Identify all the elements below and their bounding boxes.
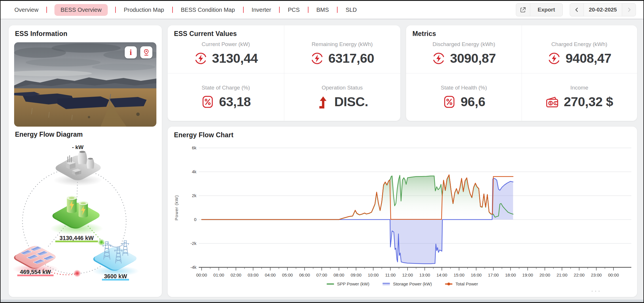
nav-separator (337, 7, 338, 13)
svg-text:23:00: 23:00 (591, 272, 602, 277)
stat-label: Remaining Energy (kWh) (312, 41, 373, 47)
date-picker: 20-02-2025 (570, 3, 636, 16)
svg-text:05:00: 05:00 (282, 272, 293, 277)
energy-flow-chart: 6k4k2k0-2k-4k00:0001:0002:0003:0004:0005… (168, 127, 637, 297)
svg-text:11:00: 11:00 (385, 272, 395, 277)
svg-text:-4k: -4k (190, 265, 196, 270)
stat-cell-charged-energy-kwh: Charged Energy (kWh)9408,47 (522, 25, 637, 73)
date-next-button[interactable] (622, 3, 636, 16)
stat-value-row: 6317,60 (310, 51, 374, 66)
plant-value-label: - kW (72, 144, 84, 150)
green-flow-dot (98, 239, 105, 246)
stat-value: DISC. (334, 94, 368, 109)
legend-swatch (445, 283, 452, 285)
svg-text:00:00: 00:00 (196, 272, 207, 277)
legend-label: Storage Power (kW) (393, 281, 432, 286)
svg-text:17:00: 17:00 (488, 272, 499, 277)
info-button[interactable]: i (125, 46, 137, 58)
nav-separator (172, 7, 173, 13)
svg-text:Power (kW): Power (kW) (174, 195, 179, 220)
info-icon: i (130, 49, 132, 56)
stat-value-row: 3130,44 (194, 51, 258, 66)
stat-value: 3090,87 (450, 51, 496, 66)
svg-text:-2k: -2k (190, 241, 196, 246)
svg-text:02:00: 02:00 (230, 272, 241, 277)
wallet-icon: $ (545, 95, 559, 109)
legend-item-spp-power-kw[interactable]: SPP Power (kW) (327, 281, 369, 286)
chart-more-dots (592, 291, 600, 292)
export-button[interactable]: Export (516, 3, 563, 16)
stat-value-row: DISC. (316, 94, 368, 109)
legend-item-total-power[interactable]: Total Power (445, 281, 478, 286)
legend-item-storage-power-kw[interactable]: Storage Power (kW) (382, 281, 432, 286)
nav-item-inverter[interactable]: Inverter (251, 4, 272, 16)
nav-item-production-map[interactable]: Production Map (123, 4, 165, 16)
ess-information-card: ESS Information (9, 25, 162, 297)
nav-item-bms[interactable]: BMS (316, 4, 329, 16)
svg-text:3600 kW: 3600 kW (104, 273, 127, 279)
svg-text:10:00: 10:00 (368, 272, 379, 277)
svg-text:6k: 6k (192, 145, 196, 150)
svg-text:13:00: 13:00 (419, 272, 430, 277)
chart-legend: SPP Power (kW)Storage Power (kW)Total Po… (168, 281, 637, 286)
svg-text:03:00: 03:00 (248, 272, 259, 277)
nav-item-sld[interactable]: SLD (345, 4, 357, 16)
svg-text:2k: 2k (192, 193, 196, 198)
ess-information-title: ESS Information (15, 30, 67, 38)
date-value[interactable]: 20-02-2025 (584, 3, 622, 16)
legend-label: Total Power (455, 281, 478, 286)
top-navigation-bar: OverviewBESS OverviewProduction MapBESS … (1, 1, 643, 19)
svg-text:16:00: 16:00 (471, 272, 482, 277)
percent-icon (201, 95, 215, 109)
nav-separator (115, 7, 116, 13)
nav-separator (46, 7, 47, 13)
stat-cell-operation-status: Operation StatusDISC. (284, 73, 400, 121)
svg-text:4k: 4k (192, 169, 196, 174)
stat-value-row: $270,32 $ (545, 94, 613, 109)
svg-text:21:00: 21:00 (556, 272, 567, 277)
nav-item-bess-overview[interactable]: BESS Overview (54, 4, 107, 16)
date-prev-button[interactable] (570, 3, 584, 16)
svg-text:07:00: 07:00 (316, 272, 327, 277)
stat-label: Current Power (kW) (202, 41, 250, 47)
nav-item-overview[interactable]: Overview (14, 4, 39, 16)
svg-text:00:00: 00:00 (608, 272, 619, 277)
battery-illustration (49, 196, 103, 235)
legend-swatch (327, 283, 334, 285)
export-button-label[interactable]: Export (530, 3, 562, 16)
power-plant-illustration (52, 151, 104, 186)
svg-text:09:00: 09:00 (351, 272, 361, 277)
stat-value: 9408,47 (565, 51, 611, 66)
metrics-card: Discharged Energy (kWh)3090,87Charged En… (406, 25, 637, 121)
svg-text:04:00: 04:00 (265, 272, 276, 277)
nav-item-bess-condition-map[interactable]: BESS Condition Map (180, 4, 236, 16)
red-flow-dot (73, 270, 81, 277)
svg-text:06:00: 06:00 (299, 272, 310, 277)
stat-value: 3130,44 (212, 51, 258, 66)
stat-label: Operation Status (322, 85, 363, 91)
stat-label: Income (570, 85, 588, 91)
ess-current-values-card: Current Power (kW)3130,44Remaining Energ… (168, 25, 400, 121)
svg-text:12:00: 12:00 (402, 272, 413, 277)
svg-text:18:00: 18:00 (505, 272, 516, 277)
energy-flow-chart-card: 6k4k2k0-2k-4k00:0001:0002:0003:0004:0005… (168, 127, 637, 297)
stat-value-row: 63,18 (201, 94, 251, 109)
svg-text:19:00: 19:00 (522, 272, 533, 277)
stat-label: State of Charge (%) (202, 85, 250, 91)
energy-flow-diagram-title: Energy Flow Diagram (15, 131, 83, 138)
stat-value: 270,32 $ (564, 94, 613, 109)
nav-separator (243, 7, 244, 13)
stat-cell-state-of-charge: State of Charge (%)63,18 (168, 73, 284, 121)
battery-value-label: 3130,446 kW (55, 235, 98, 242)
nav-item-pcs[interactable]: PCS (287, 4, 300, 16)
location-button[interactable] (140, 46, 152, 58)
svg-text:3130,446 kW: 3130,446 kW (60, 235, 94, 241)
energy-icon (310, 52, 324, 65)
energy-flow-chart-svg: 6k4k2k0-2k-4k00:0001:0002:0003:0004:0005… (168, 127, 637, 297)
location-pin-icon (143, 49, 150, 56)
stat-value: 6317,60 (328, 51, 374, 66)
export-icon[interactable] (516, 3, 530, 16)
energy-icon (432, 52, 446, 65)
stat-label: Discharged Energy (kWh) (433, 41, 495, 47)
stat-label: State of Health (%) (441, 85, 487, 91)
